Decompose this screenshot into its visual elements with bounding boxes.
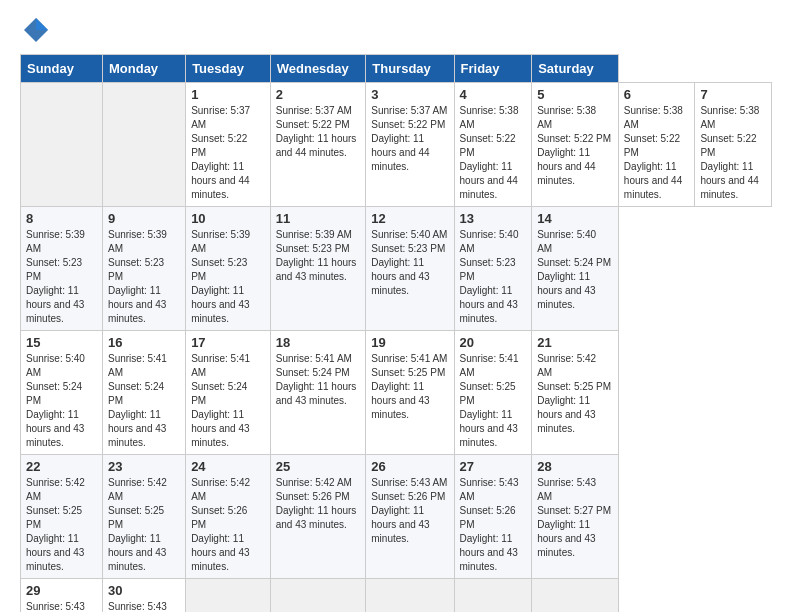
table-row bbox=[102, 83, 185, 207]
day-number: 18 bbox=[276, 335, 361, 350]
day-info: Sunrise: 5:38 AMSunset: 5:22 PMDaylight:… bbox=[460, 105, 519, 200]
table-row: 22Sunrise: 5:42 AMSunset: 5:25 PMDayligh… bbox=[21, 455, 103, 579]
day-number: 8 bbox=[26, 211, 97, 226]
table-row bbox=[186, 579, 271, 613]
day-info: Sunrise: 5:42 AMSunset: 5:26 PMDaylight:… bbox=[276, 477, 357, 530]
day-number: 29 bbox=[26, 583, 97, 598]
table-row: 6Sunrise: 5:38 AMSunset: 5:22 PMDaylight… bbox=[618, 83, 695, 207]
day-info: Sunrise: 5:39 AMSunset: 5:23 PMDaylight:… bbox=[26, 229, 85, 324]
day-info: Sunrise: 5:43 AMSunset: 5:27 PMDaylight:… bbox=[26, 601, 85, 612]
day-info: Sunrise: 5:40 AMSunset: 5:24 PMDaylight:… bbox=[26, 353, 85, 448]
calendar-week-row: 22Sunrise: 5:42 AMSunset: 5:25 PMDayligh… bbox=[21, 455, 772, 579]
table-row: 8Sunrise: 5:39 AMSunset: 5:23 PMDaylight… bbox=[21, 207, 103, 331]
table-row: 9Sunrise: 5:39 AMSunset: 5:23 PMDaylight… bbox=[102, 207, 185, 331]
table-row: 16Sunrise: 5:41 AMSunset: 5:24 PMDayligh… bbox=[102, 331, 185, 455]
day-info: Sunrise: 5:38 AMSunset: 5:22 PMDaylight:… bbox=[624, 105, 683, 200]
day-number: 19 bbox=[371, 335, 448, 350]
day-info: Sunrise: 5:42 AMSunset: 5:25 PMDaylight:… bbox=[537, 353, 611, 434]
day-number: 16 bbox=[108, 335, 180, 350]
table-row: 25Sunrise: 5:42 AMSunset: 5:26 PMDayligh… bbox=[270, 455, 366, 579]
day-number: 15 bbox=[26, 335, 97, 350]
table-row: 30Sunrise: 5:43 AMSunset: 5:27 PMDayligh… bbox=[102, 579, 185, 613]
day-number: 20 bbox=[460, 335, 527, 350]
day-info: Sunrise: 5:39 AMSunset: 5:23 PMDaylight:… bbox=[108, 229, 167, 324]
day-number: 4 bbox=[460, 87, 527, 102]
day-number: 30 bbox=[108, 583, 180, 598]
day-info: Sunrise: 5:41 AMSunset: 5:24 PMDaylight:… bbox=[191, 353, 250, 448]
table-row: 15Sunrise: 5:40 AMSunset: 5:24 PMDayligh… bbox=[21, 331, 103, 455]
day-info: Sunrise: 5:43 AMSunset: 5:26 PMDaylight:… bbox=[460, 477, 519, 572]
table-row bbox=[532, 579, 619, 613]
logo-icon bbox=[22, 16, 50, 44]
day-number: 22 bbox=[26, 459, 97, 474]
day-number: 26 bbox=[371, 459, 448, 474]
calendar-week-row: 29Sunrise: 5:43 AMSunset: 5:27 PMDayligh… bbox=[21, 579, 772, 613]
day-number: 10 bbox=[191, 211, 265, 226]
table-row: 14Sunrise: 5:40 AMSunset: 5:24 PMDayligh… bbox=[532, 207, 619, 331]
table-row: 23Sunrise: 5:42 AMSunset: 5:25 PMDayligh… bbox=[102, 455, 185, 579]
day-number: 25 bbox=[276, 459, 361, 474]
day-number: 17 bbox=[191, 335, 265, 350]
day-info: Sunrise: 5:43 AMSunset: 5:26 PMDaylight:… bbox=[371, 477, 447, 544]
header-thursday: Thursday bbox=[366, 55, 454, 83]
day-info: Sunrise: 5:42 AMSunset: 5:25 PMDaylight:… bbox=[26, 477, 85, 572]
calendar-week-row: 8Sunrise: 5:39 AMSunset: 5:23 PMDaylight… bbox=[21, 207, 772, 331]
header-saturday: Saturday bbox=[532, 55, 619, 83]
table-row: 11Sunrise: 5:39 AMSunset: 5:23 PMDayligh… bbox=[270, 207, 366, 331]
day-info: Sunrise: 5:37 AMSunset: 5:22 PMDaylight:… bbox=[371, 105, 447, 172]
day-info: Sunrise: 5:42 AMSunset: 5:26 PMDaylight:… bbox=[191, 477, 250, 572]
table-row: 24Sunrise: 5:42 AMSunset: 5:26 PMDayligh… bbox=[186, 455, 271, 579]
day-info: Sunrise: 5:37 AMSunset: 5:22 PMDaylight:… bbox=[276, 105, 357, 158]
day-number: 21 bbox=[537, 335, 613, 350]
header-monday: Monday bbox=[102, 55, 185, 83]
calendar-table: Sunday Monday Tuesday Wednesday Thursday… bbox=[20, 54, 772, 612]
day-number: 7 bbox=[700, 87, 766, 102]
table-row bbox=[454, 579, 532, 613]
svg-marker-1 bbox=[36, 18, 48, 30]
table-row: 26Sunrise: 5:43 AMSunset: 5:26 PMDayligh… bbox=[366, 455, 454, 579]
day-info: Sunrise: 5:38 AMSunset: 5:22 PMDaylight:… bbox=[537, 105, 611, 186]
table-row: 7Sunrise: 5:38 AMSunset: 5:22 PMDaylight… bbox=[695, 83, 772, 207]
logo bbox=[20, 20, 50, 38]
day-info: Sunrise: 5:41 AMSunset: 5:25 PMDaylight:… bbox=[371, 353, 447, 420]
day-number: 2 bbox=[276, 87, 361, 102]
page-header bbox=[20, 20, 772, 38]
table-row: 27Sunrise: 5:43 AMSunset: 5:26 PMDayligh… bbox=[454, 455, 532, 579]
header-tuesday: Tuesday bbox=[186, 55, 271, 83]
table-row bbox=[270, 579, 366, 613]
table-row: 19Sunrise: 5:41 AMSunset: 5:25 PMDayligh… bbox=[366, 331, 454, 455]
calendar-week-row: 15Sunrise: 5:40 AMSunset: 5:24 PMDayligh… bbox=[21, 331, 772, 455]
table-row: 10Sunrise: 5:39 AMSunset: 5:23 PMDayligh… bbox=[186, 207, 271, 331]
day-number: 6 bbox=[624, 87, 690, 102]
header-sunday: Sunday bbox=[21, 55, 103, 83]
day-info: Sunrise: 5:41 AMSunset: 5:25 PMDaylight:… bbox=[460, 353, 519, 448]
table-row: 4Sunrise: 5:38 AMSunset: 5:22 PMDaylight… bbox=[454, 83, 532, 207]
day-info: Sunrise: 5:43 AMSunset: 5:27 PMDaylight:… bbox=[537, 477, 611, 558]
day-number: 9 bbox=[108, 211, 180, 226]
day-info: Sunrise: 5:40 AMSunset: 5:24 PMDaylight:… bbox=[537, 229, 611, 310]
table-row: 17Sunrise: 5:41 AMSunset: 5:24 PMDayligh… bbox=[186, 331, 271, 455]
day-number: 5 bbox=[537, 87, 613, 102]
day-info: Sunrise: 5:39 AMSunset: 5:23 PMDaylight:… bbox=[191, 229, 250, 324]
calendar-week-row: 1Sunrise: 5:37 AMSunset: 5:22 PMDaylight… bbox=[21, 83, 772, 207]
table-row: 5Sunrise: 5:38 AMSunset: 5:22 PMDaylight… bbox=[532, 83, 619, 207]
day-number: 13 bbox=[460, 211, 527, 226]
day-info: Sunrise: 5:38 AMSunset: 5:22 PMDaylight:… bbox=[700, 105, 759, 200]
table-row bbox=[366, 579, 454, 613]
day-number: 11 bbox=[276, 211, 361, 226]
day-info: Sunrise: 5:43 AMSunset: 5:27 PMDaylight:… bbox=[108, 601, 167, 612]
header-friday: Friday bbox=[454, 55, 532, 83]
day-info: Sunrise: 5:42 AMSunset: 5:25 PMDaylight:… bbox=[108, 477, 167, 572]
day-number: 1 bbox=[191, 87, 265, 102]
day-info: Sunrise: 5:37 AMSunset: 5:22 PMDaylight:… bbox=[191, 105, 250, 200]
day-info: Sunrise: 5:41 AMSunset: 5:24 PMDaylight:… bbox=[276, 353, 357, 406]
day-number: 14 bbox=[537, 211, 613, 226]
table-row: 18Sunrise: 5:41 AMSunset: 5:24 PMDayligh… bbox=[270, 331, 366, 455]
day-number: 28 bbox=[537, 459, 613, 474]
day-info: Sunrise: 5:41 AMSunset: 5:24 PMDaylight:… bbox=[108, 353, 167, 448]
table-row: 29Sunrise: 5:43 AMSunset: 5:27 PMDayligh… bbox=[21, 579, 103, 613]
table-row: 28Sunrise: 5:43 AMSunset: 5:27 PMDayligh… bbox=[532, 455, 619, 579]
calendar-header-row: Sunday Monday Tuesday Wednesday Thursday… bbox=[21, 55, 772, 83]
header-wednesday: Wednesday bbox=[270, 55, 366, 83]
table-row: 20Sunrise: 5:41 AMSunset: 5:25 PMDayligh… bbox=[454, 331, 532, 455]
